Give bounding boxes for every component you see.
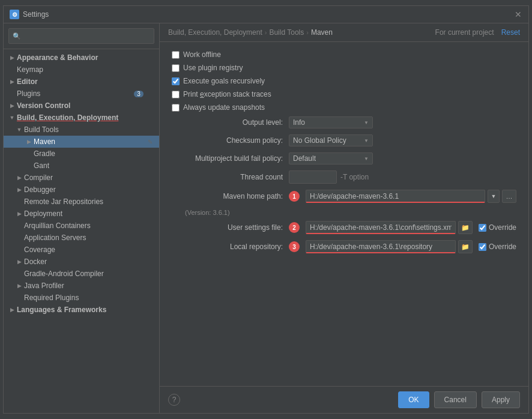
breadcrumb-sep1: › bbox=[265, 29, 267, 36]
sidebar-item-docker[interactable]: ▶ Docker ✎ bbox=[4, 256, 159, 268]
checksum-policy-select[interactable]: No Global Policy Strict Lenient Ignore ▼ bbox=[289, 134, 373, 146]
execute-goals-label: Execute goals recursively bbox=[183, 77, 265, 85]
multiproject-policy-row: Multiproject build fail policy: Default … bbox=[172, 152, 516, 164]
user-settings-path-wrap: 📁 bbox=[306, 221, 473, 234]
sidebar-item-required-plugins[interactable]: ▶ Required Plugins ✎ bbox=[4, 292, 159, 304]
sidebar-item-debugger[interactable]: ▶ Debugger ✎ bbox=[4, 184, 159, 196]
apply-button[interactable]: Apply bbox=[482, 391, 520, 408]
checkbox-always-update[interactable]: Always update snapshots bbox=[172, 103, 516, 112]
sidebar-item-label: Build, Execution, Deployment bbox=[17, 113, 146, 122]
settings-window: ⚙ Settings ✕ 🔍 ▶ Appearance & Behavior ✎ bbox=[3, 5, 529, 414]
checkbox-work-offline[interactable]: Work offline bbox=[172, 50, 516, 59]
user-settings-browse-button[interactable]: 📁 bbox=[458, 221, 473, 234]
checkbox-use-plugin-registry[interactable]: Use plugin registry bbox=[172, 64, 516, 72]
search-input[interactable] bbox=[23, 30, 150, 42]
checkbox-print-exception[interactable]: Print exception stack traces bbox=[172, 90, 516, 98]
local-repo-override-checkbox[interactable] bbox=[479, 243, 486, 251]
thread-count-input[interactable] bbox=[289, 170, 337, 184]
sidebar-item-plugins[interactable]: ▶ Plugins 3 ✎ bbox=[4, 88, 159, 100]
maven-home-input[interactable] bbox=[306, 190, 485, 203]
checksum-policy-control: No Global Policy Strict Lenient Ignore ▼ bbox=[289, 134, 516, 146]
select-arrow-icon: ▼ bbox=[364, 120, 369, 125]
sidebar-item-build-tools[interactable]: ▼ Build Tools ✎ bbox=[4, 124, 159, 136]
search-icon: 🔍 bbox=[13, 32, 21, 40]
sidebar-item-java-profiler[interactable]: ▶ Java Profiler ✎ bbox=[4, 280, 159, 292]
breadcrumb-build[interactable]: Build, Execution, Deployment bbox=[168, 28, 262, 37]
sidebar-item-gradle[interactable]: ▶ Gradle ✎ bbox=[4, 148, 159, 160]
help-button[interactable]: ? bbox=[168, 394, 180, 406]
maven-home-control: 1 ▼ … bbox=[289, 190, 516, 203]
output-level-select[interactable]: Info Quiet Debug ▼ bbox=[289, 116, 373, 128]
for-current-project-link[interactable]: For current project bbox=[435, 28, 494, 37]
maven-home-browse-button[interactable]: … bbox=[502, 190, 516, 203]
sidebar-item-editor[interactable]: ▶ Editor ✎ bbox=[4, 76, 159, 88]
user-settings-input[interactable] bbox=[306, 221, 456, 234]
sidebar-item-label: Docker bbox=[24, 258, 146, 266]
ok-button[interactable]: OK bbox=[398, 391, 429, 408]
user-settings-control: 2 📁 Override bbox=[289, 221, 516, 234]
sidebar-item-remote-jar[interactable]: ▶ Remote Jar Repositories ✎ bbox=[4, 196, 159, 208]
sidebar-item-version-control[interactable]: ▶ Version Control ✎ bbox=[4, 100, 159, 112]
execute-goals-checkbox[interactable] bbox=[172, 77, 180, 85]
user-settings-override-label: Override bbox=[489, 223, 516, 232]
bottom-bar: ? OK Cancel Apply bbox=[160, 386, 528, 413]
checksum-policy-label: Checksum policy: bbox=[172, 136, 289, 145]
search-input-wrap[interactable]: 🔍 bbox=[8, 28, 154, 44]
sidebar-item-coverage[interactable]: ▶ Coverage ✎ bbox=[4, 244, 159, 256]
breadcrumb-maven: Maven bbox=[311, 28, 333, 37]
local-repo-input[interactable] bbox=[306, 240, 456, 253]
sidebar-item-gant[interactable]: ▶ Gant ✎ bbox=[4, 160, 159, 172]
user-settings-circle: 2 bbox=[289, 222, 300, 233]
sidebar-item-gradle-android[interactable]: ▶ Gradle-Android Compiler ✎ bbox=[4, 268, 159, 280]
arrow-icon: ▶ bbox=[8, 102, 16, 109]
sidebar-item-keymap[interactable]: ▶ Keymap ✎ bbox=[4, 64, 159, 76]
multiproject-policy-select[interactable]: Default Fail Fast Fail Never ▼ bbox=[289, 152, 373, 164]
bottom-right: OK Cancel Apply bbox=[398, 391, 520, 408]
local-repo-override-checkbox-wrap: Override bbox=[479, 243, 516, 251]
app-icon: ⚙ bbox=[10, 10, 19, 19]
print-exception-checkbox[interactable] bbox=[172, 91, 180, 98]
use-plugin-registry-label: Use plugin registry bbox=[183, 64, 243, 72]
maven-home-circle: 1 bbox=[289, 191, 300, 202]
arrow-icon: ▼ bbox=[8, 114, 16, 121]
reset-link[interactable]: Reset bbox=[501, 28, 520, 37]
sidebar-item-label: Gradle bbox=[34, 149, 146, 158]
multiproject-policy-select-input[interactable]: Default Fail Fast Fail Never bbox=[293, 154, 361, 163]
maven-version-text: (Version: 3.6.1) bbox=[172, 209, 516, 216]
always-update-checkbox[interactable] bbox=[172, 104, 180, 112]
output-level-select-input[interactable]: Info Quiet Debug bbox=[293, 118, 361, 127]
user-settings-override-checkbox[interactable] bbox=[479, 224, 486, 232]
checksum-policy-select-input[interactable]: No Global Policy Strict Lenient Ignore bbox=[293, 136, 361, 145]
work-offline-checkbox[interactable] bbox=[172, 51, 180, 59]
breadcrumb-build-tools[interactable]: Build Tools bbox=[269, 28, 304, 37]
sidebar-item-appearance[interactable]: ▶ Appearance & Behavior ✎ bbox=[4, 52, 159, 64]
sidebar-item-build-exec-deploy[interactable]: ▼ Build, Execution, Deployment ✎ bbox=[4, 112, 159, 124]
arrow-icon: ▶ bbox=[8, 306, 16, 313]
maven-home-dropdown-button[interactable]: ▼ bbox=[488, 190, 500, 203]
sidebar-item-languages[interactable]: ▶ Languages & Frameworks ✎ bbox=[4, 304, 159, 316]
use-plugin-registry-checkbox[interactable] bbox=[172, 64, 180, 72]
maven-home-path-wrap: ▼ … bbox=[306, 190, 516, 203]
arrow-icon: ▶ bbox=[16, 210, 23, 217]
override-checkbox-wrap: Override bbox=[479, 223, 516, 232]
close-button[interactable]: ✕ bbox=[514, 10, 522, 19]
work-offline-label: Work offline bbox=[183, 50, 221, 59]
sidebar-item-maven[interactable]: ▶ Maven ✎ bbox=[4, 136, 159, 148]
sidebar-item-label: Required Plugins bbox=[24, 294, 146, 302]
print-exception-label: Print exception stack traces bbox=[183, 90, 271, 98]
sidebar-item-label: Debugger bbox=[24, 185, 146, 194]
local-repo-browse-button[interactable]: 📁 bbox=[458, 240, 473, 253]
checkbox-execute-goals[interactable]: Execute goals recursively bbox=[172, 77, 516, 85]
sidebar-item-arquillian[interactable]: ▶ Arquillian Containers ✎ bbox=[4, 220, 159, 232]
sidebar-item-label: Maven bbox=[34, 137, 146, 146]
local-repo-circle: 3 bbox=[289, 241, 300, 252]
sidebar-item-label: Appearance & Behavior bbox=[17, 53, 146, 62]
sidebar-item-compiler[interactable]: ▶ Compiler ✎ bbox=[4, 172, 159, 184]
sidebar-item-deployment[interactable]: ▶ Deployment ✎ bbox=[4, 208, 159, 220]
breadcrumb-actions: For current project Reset bbox=[435, 28, 520, 37]
sidebar-item-app-servers[interactable]: ▶ Application Servers ✎ bbox=[4, 232, 159, 244]
arrow-icon: ▶ bbox=[8, 54, 16, 61]
cancel-button[interactable]: Cancel bbox=[434, 391, 477, 408]
output-level-label: Output level: bbox=[172, 118, 289, 127]
multiproject-policy-label: Multiproject build fail policy: bbox=[172, 154, 289, 163]
